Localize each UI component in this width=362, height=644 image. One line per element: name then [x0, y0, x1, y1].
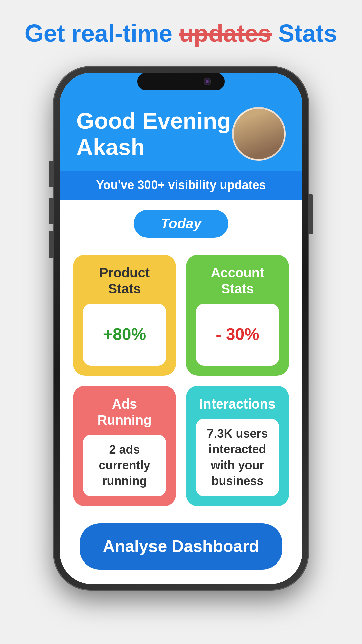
- heading-prefix: Get real-time: [25, 20, 179, 47]
- visibility-text: You've 300+ visibility updates: [96, 178, 266, 192]
- interactions-card[interactable]: Interactions 7.3K users interacted with …: [186, 386, 289, 506]
- today-container: Today: [60, 200, 302, 241]
- notch: [137, 73, 225, 90]
- page-heading: Get real-time updates Stats: [5, 20, 357, 47]
- camera-icon: [204, 78, 211, 85]
- bottom-section: Analyse Dashboard: [60, 517, 302, 584]
- interactions-value-box: 7.3K users interacted with your business: [196, 419, 279, 496]
- today-pill[interactable]: Today: [134, 210, 228, 238]
- avatar: [232, 107, 286, 161]
- visibility-banner: You've 300+ visibility updates: [60, 171, 302, 200]
- ads-running-value-box: 2 ads currently running: [83, 435, 166, 496]
- analyse-dashboard-button[interactable]: Analyse Dashboard: [80, 523, 282, 570]
- product-stats-title: ProductStats: [99, 265, 150, 297]
- product-stats-value: +80%: [103, 325, 146, 344]
- ads-running-value: 2 ads currently running: [90, 442, 159, 489]
- product-stats-card[interactable]: ProductStats +80%: [73, 255, 176, 375]
- heading-strikethrough: updates: [179, 20, 272, 47]
- interactions-title: Interactions: [199, 396, 276, 412]
- ads-running-card[interactable]: AdsRunning 2 ads currently running: [73, 386, 176, 506]
- stats-grid: ProductStats +80% AccountStats - 30% Ads…: [60, 241, 302, 517]
- heading-suffix: Stats: [272, 20, 337, 47]
- product-stats-value-box: +80%: [83, 304, 166, 365]
- phone-screen: Good EveningAkash You've 300+ visibility…: [60, 73, 302, 584]
- account-stats-value-box: - 30%: [196, 304, 279, 365]
- header-section: Good EveningAkash: [60, 94, 302, 171]
- account-stats-card[interactable]: AccountStats - 30%: [186, 255, 289, 375]
- interactions-value: 7.3K users interacted with your business: [203, 426, 272, 489]
- greeting-text: Good EveningAkash: [76, 108, 231, 160]
- phone-shell: Good EveningAkash You've 300+ visibility…: [54, 67, 308, 590]
- account-stats-value: - 30%: [216, 325, 259, 344]
- notch-area: [60, 73, 302, 94]
- account-stats-title: AccountStats: [211, 265, 264, 297]
- ads-running-title: AdsRunning: [97, 396, 152, 428]
